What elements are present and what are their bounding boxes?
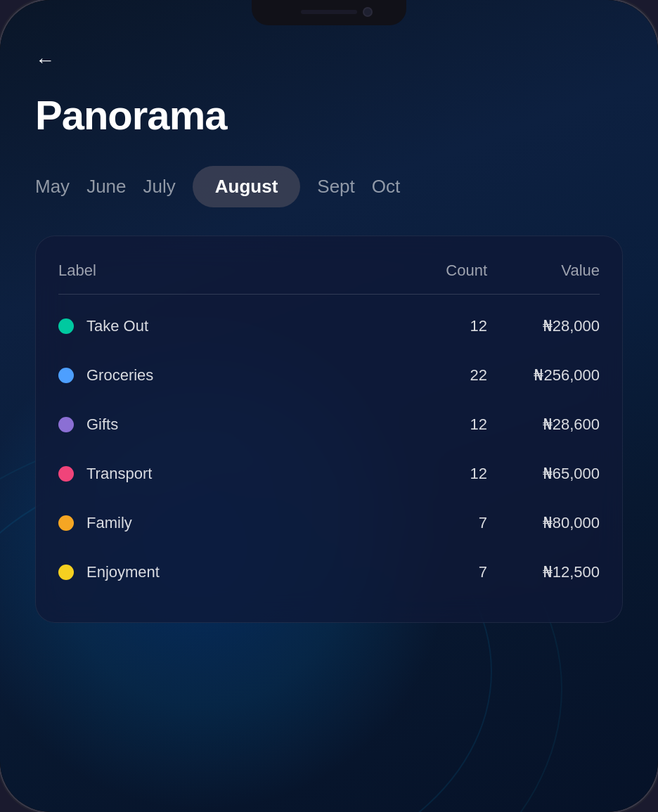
category-name: Family — [86, 514, 132, 532]
table-card: Label Count Value Take Out 12 ₦28,000 Gr… — [35, 236, 623, 623]
table-row: Groceries 22 ₦256,000 — [58, 351, 600, 400]
table-row: Enjoyment 7 ₦12,500 — [58, 548, 600, 597]
month-tab-august[interactable]: August — [193, 166, 301, 207]
table-row: Gifts 12 ₦28,600 — [58, 400, 600, 449]
row-label: Groceries — [58, 366, 403, 385]
row-count: 7 — [403, 563, 487, 581]
row-label: Take Out — [58, 317, 403, 335]
notch — [252, 0, 406, 25]
phone-frame: ← Panorama MayJuneJulyAugustSeptOct Labe… — [0, 0, 658, 812]
back-button[interactable]: ← — [35, 49, 55, 72]
row-value: ₦28,000 — [487, 317, 600, 335]
table-header: Label Count Value — [58, 262, 600, 295]
category-name: Transport — [86, 465, 152, 483]
row-value: ₦28,600 — [487, 415, 600, 434]
category-dot — [58, 368, 74, 383]
back-arrow-icon: ← — [35, 49, 55, 71]
row-count: 12 — [403, 317, 487, 335]
row-label: Transport — [58, 465, 403, 483]
row-value: ₦256,000 — [487, 366, 600, 385]
table-row: Transport 12 ₦65,000 — [58, 449, 600, 498]
month-tab-july[interactable]: July — [143, 169, 176, 205]
category-dot — [58, 466, 74, 482]
category-name: Take Out — [86, 317, 148, 335]
category-dot — [58, 515, 74, 531]
category-name: Groceries — [86, 366, 153, 385]
category-name: Gifts — [86, 415, 118, 434]
row-count: 12 — [403, 465, 487, 483]
page-title: Panorama — [35, 93, 623, 138]
month-tab-may[interactable]: May — [35, 169, 70, 205]
row-count: 22 — [403, 366, 487, 385]
phone-screen: ← Panorama MayJuneJulyAugustSeptOct Labe… — [0, 0, 658, 812]
row-label: Gifts — [58, 415, 403, 434]
row-label: Family — [58, 514, 403, 532]
camera — [363, 7, 373, 17]
row-count: 12 — [403, 415, 487, 434]
month-tab-oct[interactable]: Oct — [372, 169, 400, 205]
category-name: Enjoyment — [86, 563, 160, 581]
col-header-value: Value — [487, 262, 600, 280]
table-row: Take Out 12 ₦28,000 — [58, 302, 600, 351]
col-header-count: Count — [403, 262, 487, 280]
category-dot — [58, 565, 74, 580]
month-tab-june[interactable]: June — [86, 169, 126, 205]
row-value: ₦12,500 — [487, 563, 600, 581]
row-count: 7 — [403, 514, 487, 532]
speaker — [301, 10, 357, 14]
month-tab-sept[interactable]: Sept — [317, 169, 355, 205]
row-value: ₦65,000 — [487, 465, 600, 483]
main-content: ← Panorama MayJuneJulyAugustSeptOct Labe… — [0, 0, 658, 651]
table-row: Family 7 ₦80,000 — [58, 498, 600, 548]
month-tabs: MayJuneJulyAugustSeptOct — [35, 166, 623, 207]
row-value: ₦80,000 — [487, 514, 600, 532]
category-dot — [58, 318, 74, 334]
table-body: Take Out 12 ₦28,000 Groceries 22 ₦256,00… — [58, 302, 600, 597]
col-header-label: Label — [58, 262, 403, 280]
category-dot — [58, 417, 74, 432]
row-label: Enjoyment — [58, 563, 403, 581]
